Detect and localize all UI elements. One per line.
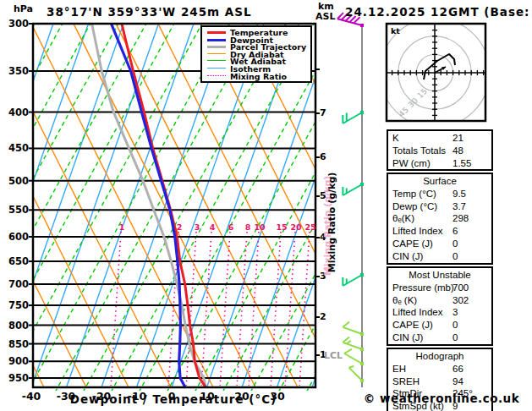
stat-value: 6 bbox=[452, 225, 458, 238]
mixing-ratio-line bbox=[201, 232, 211, 386]
stat-label: CIN (J) bbox=[392, 332, 423, 344]
stat-label: Lifted Index bbox=[392, 225, 442, 238]
stat-row: K21 bbox=[388, 132, 491, 145]
pressure-tick-label: 550 bbox=[5, 204, 29, 216]
pressure-tick-label: 850 bbox=[5, 338, 29, 350]
wet-adiabat-legend-swatch bbox=[207, 60, 226, 61]
pressure-tick-label: 950 bbox=[5, 372, 29, 384]
skewt-sounding-page: 153045 hPa 38°17'N 359°33'W 245m ASL km … bbox=[0, 0, 532, 411]
pressure-unit-label: hPa bbox=[14, 3, 33, 14]
mixing-ratio-value-label: 8 bbox=[242, 222, 254, 232]
mixing-ratio-line bbox=[237, 232, 247, 386]
km-tick-label: 6 bbox=[320, 151, 326, 162]
wind-barb-half-tick bbox=[349, 366, 354, 368]
mixing-ratio-line bbox=[285, 232, 295, 386]
wind-barb-tick bbox=[344, 349, 352, 353]
x-axis-title: Dewpoint / Temperature (°C) bbox=[70, 392, 277, 406]
dewpoint-legend-swatch bbox=[207, 39, 226, 41]
stat-label: Lifted Index bbox=[392, 306, 442, 319]
km-tick-label: 3 bbox=[320, 271, 326, 282]
pressure-tick-label: 300 bbox=[5, 18, 29, 30]
stat-row: Pressure (mb)700 bbox=[388, 282, 491, 294]
parcel-trajectory-curve bbox=[92, 24, 206, 386]
stat-row: θₑ(K)298 bbox=[388, 212, 491, 225]
stat-group: K21Totals Totals48PW (cm)1.55 bbox=[387, 129, 493, 171]
mixing-ratio-value-label: 2 bbox=[173, 222, 185, 232]
mixing-ratio-lines bbox=[111, 232, 310, 386]
stat-row: CIN (J)0 bbox=[388, 332, 491, 344]
page-title: 38°17'N 359°33'W 245m ASL bbox=[47, 5, 252, 19]
stat-group-title: Surface bbox=[388, 175, 491, 188]
mixing-ratio-legend-swatch bbox=[207, 75, 226, 76]
wind-barb-half-tick bbox=[347, 341, 351, 344]
stat-group-title: Most Unstable bbox=[388, 269, 491, 282]
temperature-legend-swatch bbox=[207, 31, 226, 34]
stat-value: 1.55 bbox=[452, 157, 471, 170]
stat-row: PW (cm)1.55 bbox=[388, 157, 491, 170]
pressure-tick-label: 400 bbox=[5, 107, 29, 118]
stat-label: θₑ(K) bbox=[392, 212, 414, 225]
mixing-ratio-value-label: 4 bbox=[206, 222, 218, 232]
wind-barb bbox=[343, 273, 364, 286]
stat-label: θₑ (K) bbox=[392, 294, 417, 307]
km-tick-label: 4 bbox=[320, 232, 326, 243]
pressure-tick-label: 600 bbox=[5, 231, 29, 243]
wind-barb-shaft bbox=[349, 368, 362, 381]
dry-adiabat-legend-swatch bbox=[207, 53, 226, 54]
legend-item-label: Mixing Ratio bbox=[230, 72, 287, 81]
stat-value: 94 bbox=[452, 375, 463, 388]
pressure-tick-label: 350 bbox=[5, 65, 29, 77]
mixing-ratio-line bbox=[271, 232, 281, 386]
stat-row: Lifted Index6 bbox=[388, 225, 491, 238]
wind-barb bbox=[343, 337, 364, 351]
pressure-tick-label: 700 bbox=[5, 278, 29, 290]
km-tick-label: 5 bbox=[320, 190, 326, 201]
altitude-unit-asl: ASL bbox=[315, 11, 335, 22]
datetime-label: 24.12.2025 12GMT (Base: 18) bbox=[345, 5, 532, 19]
mixing-ratio-value-label: 3 bbox=[191, 222, 203, 232]
wind-barb-tick bbox=[343, 321, 349, 326]
stat-row: Lifted Index3 bbox=[388, 306, 491, 319]
hodograph-ring-label: 45 bbox=[398, 106, 410, 118]
temperature-curve bbox=[122, 24, 206, 386]
mixing-ratio-value-label: 15 bbox=[276, 222, 288, 232]
parcel-trajectory-line bbox=[92, 24, 206, 386]
stat-label: CAPE (J) bbox=[392, 238, 433, 250]
stat-value: 21 bbox=[452, 132, 463, 145]
pressure-tick-label: 500 bbox=[5, 175, 29, 187]
hodograph-unit-label: kt bbox=[391, 26, 400, 36]
stat-value: 0 bbox=[452, 238, 458, 250]
stat-label: Pressure (mb) bbox=[392, 282, 454, 294]
stat-value: 9.5 bbox=[452, 188, 466, 200]
stat-value: 298 bbox=[452, 212, 469, 225]
stat-row: SREH94 bbox=[388, 375, 491, 388]
x-tick-label: -40 bbox=[19, 390, 44, 403]
hodograph-trace bbox=[424, 54, 455, 79]
mixing-ratio-line bbox=[220, 232, 230, 386]
stat-label: K bbox=[392, 132, 399, 145]
stat-label: EH bbox=[392, 363, 406, 375]
stat-label: PW (cm) bbox=[392, 157, 431, 170]
wind-barb bbox=[343, 183, 364, 195]
stat-value: 3 bbox=[452, 306, 458, 319]
stat-group-title: Hodograph bbox=[388, 350, 491, 363]
stat-value: 0 bbox=[452, 250, 458, 263]
km-tick-label: 2 bbox=[320, 311, 326, 322]
stat-row: Totals Totals48 bbox=[388, 145, 491, 157]
stat-group: SurfaceTemp (°C)9.5Dewp (°C)3.7θₑ(K)298L… bbox=[387, 173, 493, 265]
stat-row: Dewp (°C)3.7 bbox=[388, 200, 491, 213]
mixing-ratio-value-label: 1 bbox=[116, 222, 128, 232]
mixing-ratio-axis-label: Mixing Ratio (g/kg) bbox=[326, 173, 337, 273]
legend: TemperatureDewpointParcel TrajectoryDry … bbox=[200, 25, 312, 83]
km-tick-label: 7 bbox=[320, 107, 326, 118]
stat-label: Temp (°C) bbox=[392, 188, 436, 200]
parcel-trajectory-legend-swatch bbox=[207, 46, 226, 48]
stat-value: 66 bbox=[452, 363, 463, 375]
pressure-tick-label: 450 bbox=[5, 142, 29, 154]
stat-value: 3.7 bbox=[452, 200, 466, 213]
stat-value: 302 bbox=[452, 294, 469, 307]
stat-row: θₑ (K)302 bbox=[388, 294, 491, 307]
stat-row: CIN (J)0 bbox=[388, 250, 491, 263]
stat-row: CAPE (J)0 bbox=[388, 319, 491, 332]
mixing-ratio-value-label: 25 bbox=[304, 222, 316, 232]
